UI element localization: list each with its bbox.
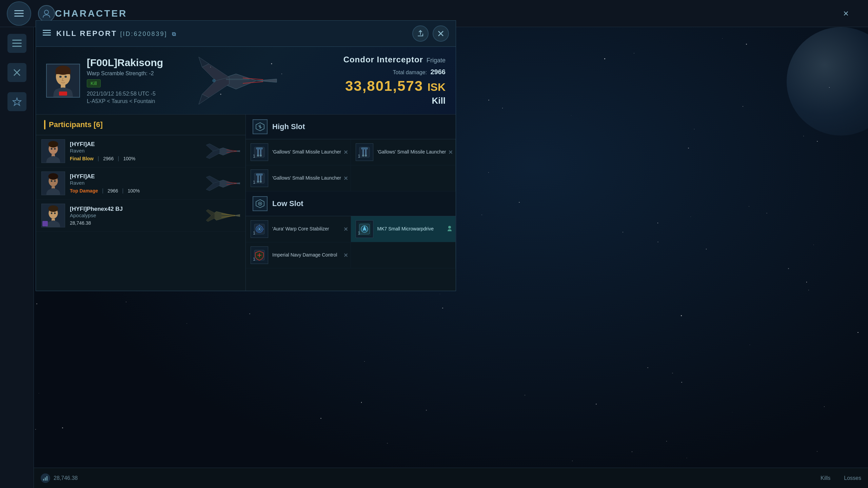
svg-point-16 xyxy=(59,76,62,78)
svg-marker-6 xyxy=(13,98,21,105)
participant-ship-img-1 xyxy=(206,141,240,161)
participant-row: [HYFI]AE Raven Final Blow | 2966 | 100% xyxy=(36,135,245,167)
svg-point-59 xyxy=(48,205,58,212)
kills-label: Kills xyxy=(821,475,830,481)
participant-stats-1: Final Blow | 2966 | 100% xyxy=(70,156,206,162)
fitting-destroy-icon[interactable]: ✕ xyxy=(343,226,348,232)
svg-rect-2 xyxy=(12,43,22,44)
svg-point-85 xyxy=(365,155,367,157)
participant-ship-1: Raven xyxy=(70,148,206,154)
participant-stats-3: 28,746.38 xyxy=(70,220,206,226)
svg-point-61 xyxy=(54,212,56,214)
fitting-name: 'Gallows' Small Missile Launcher xyxy=(272,175,341,182)
participant-info-2: [HYFI]AE Raven Top Damage | 2966 | 100% xyxy=(70,173,206,194)
menu-button[interactable] xyxy=(7,1,31,26)
fitting-row: 1 Imperial Navy Damage Control ✕ xyxy=(246,242,456,268)
copy-icon[interactable]: ⧉ xyxy=(172,31,177,37)
bottom-value: 28,746.38 xyxy=(41,473,78,483)
svg-rect-7 xyxy=(43,30,51,31)
fittings-panel: High Slot xyxy=(246,115,456,291)
fitting-item: 1 Imperial Navy Damage Control ✕ xyxy=(246,242,351,268)
svg-point-17 xyxy=(64,76,67,78)
fitting-item: 1 'Gallows' Small Missile Launcher ✕ xyxy=(246,139,351,165)
modal-menu-button[interactable] xyxy=(43,29,51,38)
participant-ship-img-3 xyxy=(206,205,240,226)
participants-header: Participants [6] xyxy=(36,115,245,135)
modal-title: KILL REPORT [ID:6200839] ⧉ xyxy=(56,29,407,38)
fitting-icon: 1 xyxy=(356,143,373,161)
sidebar-close-icon[interactable] xyxy=(7,63,26,82)
fitting-qty: 1 xyxy=(253,231,255,236)
fitting-item-empty xyxy=(351,242,456,268)
low-slot-title: Low Slot xyxy=(272,199,303,208)
ship-class: Condor Interceptor xyxy=(343,55,423,64)
fitting-destroy-icon[interactable]: ✕ xyxy=(343,149,348,156)
character-icon xyxy=(38,5,55,22)
fitting-row: 1 'Gallows' Small Missile Launcher ✕ xyxy=(246,165,456,191)
export-button[interactable] xyxy=(412,25,429,42)
kill-stats: Condor Interceptor Frigate Total damage:… xyxy=(343,55,446,106)
fitting-qty: 1 xyxy=(253,257,255,262)
svg-point-25 xyxy=(212,79,216,82)
svg-marker-64 xyxy=(233,214,240,217)
svg-point-109 xyxy=(448,226,451,229)
participant-row: [HYFI]AE Raven Top Damage | 2966 | 100% xyxy=(36,167,245,200)
participant-stats-2: Top Damage | 2966 | 100% xyxy=(70,188,206,194)
svg-point-29 xyxy=(271,63,272,64)
top-close-button[interactable]: × xyxy=(837,5,854,22)
svg-point-84 xyxy=(362,155,364,157)
fitting-item: 1 'Gallows' Small Missile Launcher ✕ xyxy=(351,139,456,165)
sidebar-star-icon[interactable] xyxy=(7,92,26,111)
fitting-destroy-icon[interactable]: ✕ xyxy=(343,175,348,182)
svg-point-32 xyxy=(220,94,221,95)
kills-stat: Kills xyxy=(821,475,830,481)
low-slot-icon xyxy=(253,196,268,211)
participants-panel: Participants [6] xyxy=(36,115,246,291)
hostile-badge xyxy=(59,92,67,96)
character-nav: CHARACTER xyxy=(55,8,127,19)
svg-point-48 xyxy=(51,180,53,182)
svg-point-36 xyxy=(51,148,53,150)
participant-ship-img-2 xyxy=(206,173,240,194)
high-slot-title: High Slot xyxy=(272,122,305,131)
participant-row: [HYFI]Phenex42 BJ Apocalypse 28,746.38 xyxy=(36,200,245,232)
sidebar-menu-icon[interactable] xyxy=(7,34,26,53)
participant-avatar-3 xyxy=(41,204,65,227)
participant-corp-1: [HYFI]AE xyxy=(70,141,206,148)
participant-info-1: [HYFI]AE Raven Final Blow | 2966 | 100% xyxy=(70,141,206,162)
fitting-qty: 1 xyxy=(358,231,360,236)
svg-point-100 xyxy=(258,228,260,230)
bottom-section: Participants [6] xyxy=(36,115,456,291)
ship-type: Frigate xyxy=(427,57,446,64)
bottom-value-text: 28,746.38 xyxy=(54,475,78,481)
fitting-name: 'Gallows' Small Missile Launcher xyxy=(377,149,446,156)
fitting-name: MK7 Small Microwarpdrive xyxy=(377,226,434,232)
svg-rect-90 xyxy=(256,174,263,176)
participant-ship-3: Apocalypse xyxy=(70,212,206,218)
modal-close-button[interactable] xyxy=(433,25,449,42)
ship-image xyxy=(177,54,295,108)
svg-rect-15 xyxy=(56,70,71,74)
left-sidebar xyxy=(0,27,34,488)
svg-rect-1 xyxy=(12,40,22,41)
svg-rect-8 xyxy=(43,32,51,33)
fitting-qty: 1 xyxy=(253,180,255,185)
header-accent xyxy=(44,120,45,129)
kill-report-modal: KILL REPORT [ID:6200839] ⧉ xyxy=(36,20,456,291)
fitting-item: 1 'Gallows' Small Missile Launcher ✕ xyxy=(246,165,351,191)
participant-info-3: [HYFI]Phenex42 BJ Apocalypse 28,746.38 xyxy=(70,206,206,226)
svg-rect-114 xyxy=(43,479,44,481)
svg-rect-28 xyxy=(226,79,250,80)
losses-stat: Losses xyxy=(844,475,861,481)
fitting-destroy-icon[interactable]: ✕ xyxy=(448,149,453,156)
low-slot-header: Low Slot xyxy=(246,191,456,216)
isk-value: 33,801,573 xyxy=(345,78,423,94)
svg-rect-116 xyxy=(46,476,47,481)
high-slot-icon xyxy=(253,119,268,134)
svg-point-35 xyxy=(48,141,58,147)
modal-header-actions xyxy=(412,25,449,42)
fitting-icon: 1 xyxy=(251,246,268,264)
kill-result: Kill xyxy=(343,96,446,106)
kill-badge: Kill xyxy=(87,79,101,87)
fitting-destroy-icon[interactable]: ✕ xyxy=(343,252,348,259)
